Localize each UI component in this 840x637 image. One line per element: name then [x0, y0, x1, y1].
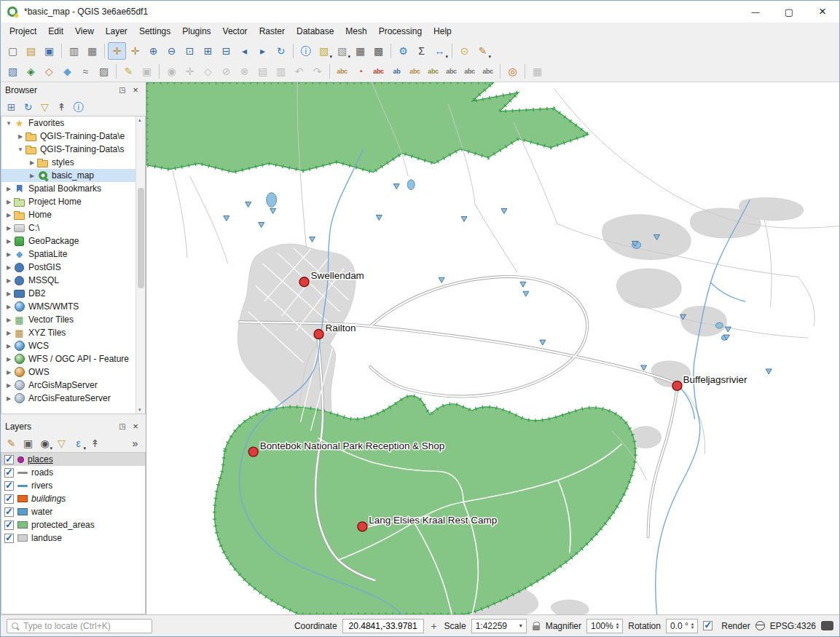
place-marker-bontebok[interactable] — [248, 447, 258, 456]
browser-item-vector-tiles[interactable]: Vector Tiles — [1, 313, 145, 326]
browser-properties-icon[interactable]: ⓘ — [70, 99, 87, 115]
refresh-map-icon[interactable]: ↻ — [272, 42, 290, 60]
expander-icon[interactable] — [4, 120, 13, 127]
open-layer-styling-icon[interactable]: ✎ — [3, 435, 20, 451]
browser-item-spatialite[interactable]: SpatiaLite — [1, 248, 145, 261]
expander-icon[interactable] — [4, 212, 13, 218]
coordinate-field[interactable] — [342, 619, 424, 633]
expander-icon[interactable] — [4, 277, 13, 284]
new-project-icon[interactable]: ▢ — [4, 42, 22, 60]
maximize-button[interactable] — [772, 1, 806, 23]
extents-toggle-icon[interactable] — [429, 621, 439, 631]
add-group-icon[interactable]: ▣ — [20, 435, 36, 451]
add-selected-layers-icon[interactable]: ⊞ — [3, 99, 20, 115]
zoom-to-selection-icon[interactable]: ⊞ — [199, 42, 217, 60]
browser-item-wms[interactable]: WMS/WMTS — [1, 300, 145, 313]
scale-lock-icon[interactable] — [532, 621, 541, 631]
expander-icon[interactable] — [4, 251, 13, 258]
browser-item-training-data-s[interactable]: QGIS-Training-Data\s — [1, 143, 145, 156]
zoom-in-icon[interactable]: ⊕ — [144, 42, 162, 60]
zoom-out-icon[interactable]: ⊖ — [162, 42, 181, 60]
menu-layer[interactable]: Layer — [100, 24, 133, 39]
expander-icon[interactable] — [4, 330, 13, 336]
menu-edit[interactable]: Edit — [42, 24, 69, 39]
browser-item-arcgis-map-server[interactable]: ArcGisMapServer — [1, 379, 145, 392]
new-memory-layer-icon[interactable]: ▨ — [95, 63, 113, 80]
expander-icon[interactable] — [4, 264, 13, 271]
expander-icon[interactable] — [28, 173, 36, 179]
expander-icon[interactable] — [4, 290, 13, 297]
expander-icon[interactable] — [4, 238, 13, 245]
map-tips-icon[interactable]: ⊙ — [455, 42, 474, 60]
expander-icon[interactable] — [16, 146, 25, 153]
show-layout-manager-icon[interactable]: ▦ — [83, 42, 101, 60]
browser-close-icon[interactable] — [130, 84, 141, 96]
labeling-rules-icon[interactable]: abc — [369, 63, 388, 80]
save-project-icon[interactable]: ▣ — [40, 42, 58, 60]
new-virtual-layer-icon[interactable]: ≈ — [76, 63, 95, 80]
deselect-features-icon[interactable]: ▧▾ — [333, 42, 351, 60]
spinner-arrows-icon[interactable] — [691, 622, 694, 628]
layer-checkbox[interactable] — [4, 534, 14, 543]
pan-to-selection-icon[interactable]: ✛ — [126, 42, 144, 60]
layer-diagram-options-icon[interactable]: ◔ — [351, 63, 369, 80]
menu-mesh[interactable]: Mesh — [339, 24, 372, 39]
new-spatialite-layer-icon[interactable]: ◆ — [58, 63, 76, 80]
spinner-arrows-icon[interactable] — [616, 622, 619, 628]
new-geopackage-layer-icon[interactable]: ◈ — [22, 63, 40, 80]
expander-icon[interactable] — [4, 395, 13, 402]
toggle-editing-icon[interactable]: ✎ — [119, 63, 138, 80]
expander-icon[interactable] — [4, 317, 13, 323]
manage-map-themes-icon[interactable]: ◉▾ — [36, 435, 53, 451]
minimize-button[interactable] — [739, 1, 772, 23]
browser-item-db2[interactable]: DB2 — [1, 287, 145, 300]
crs-value[interactable]: EPSG:4326 — [770, 621, 816, 631]
browser-item-postgis[interactable]: PostGIS — [1, 261, 145, 274]
browser-item-wfs[interactable]: WFS / OGC API - Feature — [1, 352, 145, 365]
processing-toolbox-icon[interactable]: ⚙ — [394, 42, 412, 60]
select-features-icon[interactable]: ▧▾ — [315, 42, 333, 60]
new-print-layout-icon[interactable]: ▥ — [65, 42, 83, 60]
menu-project[interactable]: Project — [4, 24, 42, 39]
refresh-browser-icon[interactable]: ↻ — [20, 99, 36, 115]
layer-labeling-options-icon[interactable]: abc — [333, 63, 351, 80]
layer-item-places[interactable]: places — [1, 453, 145, 466]
crs-globe-icon[interactable] — [755, 621, 765, 630]
expand-collapse-tree-icon[interactable]: ↟ — [87, 435, 103, 451]
map-canvas[interactable]: Swellendam Railton Buffeljagsrivier Bont… — [146, 82, 839, 614]
browser-item-xyz-tiles[interactable]: XYZ Tiles — [1, 326, 145, 339]
browser-item-mssql[interactable]: MSSQL — [1, 274, 145, 287]
browser-item-training-data-e[interactable]: QGIS-Training-Data\e — [1, 130, 145, 143]
layer-checkbox[interactable] — [4, 507, 14, 517]
messages-icon[interactable] — [821, 621, 833, 630]
layer-checkbox[interactable] — [4, 521, 14, 530]
browser-item-wcs[interactable]: WCS — [1, 339, 145, 352]
layers-close-icon[interactable] — [130, 421, 141, 432]
rotate-label-icon[interactable]: abc — [460, 63, 479, 80]
layer-checkbox[interactable] — [4, 455, 14, 464]
scale-combobox[interactable]: 1:42259 — [471, 619, 527, 633]
open-project-icon[interactable]: ▤ — [22, 42, 40, 60]
layer-checkbox[interactable] — [4, 468, 14, 478]
osm-place-search-icon[interactable]: ◎ — [503, 63, 522, 80]
place-marker-swellendam[interactable] — [299, 277, 309, 287]
place-marker-buffeljagsrivier[interactable] — [672, 381, 682, 390]
field-calculator-icon[interactable]: ▩ — [369, 42, 388, 60]
browser-item-geopackage[interactable]: GeoPackage — [1, 234, 145, 248]
identify-features-icon[interactable]: ⓘ — [297, 42, 315, 60]
render-checkbox[interactable] — [703, 621, 713, 630]
browser-float-icon[interactable] — [117, 84, 128, 96]
browser-item-spatial-bookmarks[interactable]: Spatial Bookmarks — [1, 182, 145, 195]
filter-browser-icon[interactable]: ▽ — [36, 99, 53, 115]
zoom-next-icon[interactable]: ▸ — [254, 42, 272, 60]
menu-help[interactable]: Help — [428, 24, 458, 39]
browser-item-styles[interactable]: styles — [1, 156, 145, 169]
open-data-source-manager-icon[interactable]: ▧ — [4, 63, 22, 80]
panel-overflow-icon[interactable]: » — [127, 435, 144, 451]
zoom-last-icon[interactable]: ◂ — [235, 42, 254, 60]
open-attribute-table-icon[interactable]: ▦ — [351, 42, 369, 60]
expander-icon[interactable] — [4, 382, 13, 389]
layer-item-landuse[interactable]: landuse — [1, 531, 145, 545]
change-label-icon[interactable]: abc — [479, 63, 497, 80]
place-marker-railton[interactable] — [314, 330, 323, 339]
